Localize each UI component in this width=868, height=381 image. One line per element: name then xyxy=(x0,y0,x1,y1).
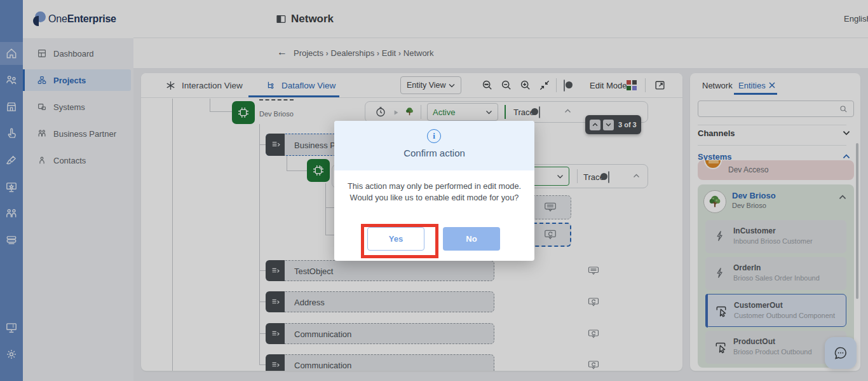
annotation-highlight-rectangle xyxy=(361,224,438,258)
dialog-message: This action may only be performed in edi… xyxy=(334,181,534,204)
dialog-header: i Confirm action xyxy=(334,121,534,170)
no-button[interactable]: No xyxy=(443,227,500,251)
info-icon: i xyxy=(427,129,441,143)
dialog-title: Confirm action xyxy=(334,148,534,158)
